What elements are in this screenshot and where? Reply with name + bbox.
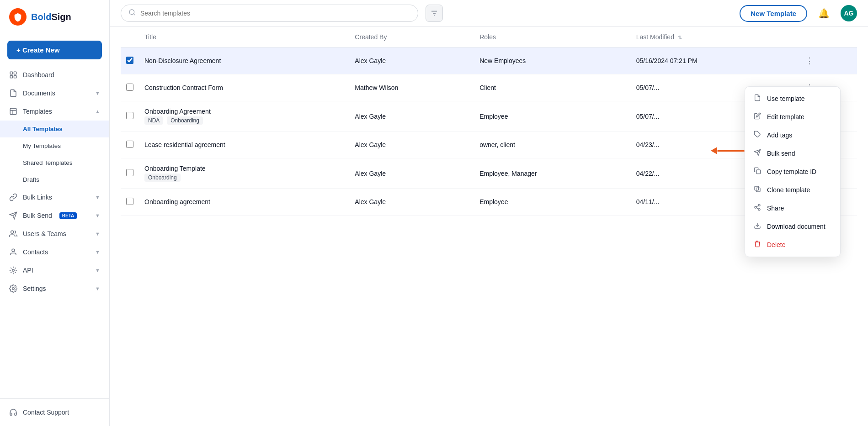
chevron-down-icon: ▼ xyxy=(95,231,100,237)
col-checkbox xyxy=(121,27,139,47)
sidebar-item-api[interactable]: API ▼ xyxy=(0,261,109,279)
sidebar-item-contacts[interactable]: Contacts ▼ xyxy=(0,243,109,261)
svg-point-22 xyxy=(758,204,760,206)
row-checkbox[interactable] xyxy=(126,84,133,91)
sidebar-item-label: API xyxy=(23,267,33,274)
menu-item-label: Share xyxy=(767,205,784,212)
tag-nda: NDA xyxy=(144,116,163,125)
sidebar-item-bulk-send[interactable]: Bulk Send BETA ▼ xyxy=(0,206,109,225)
notification-button[interactable]: 🔔 xyxy=(815,6,833,21)
sidebar-item-label: Bulk Send xyxy=(23,212,52,219)
row-checkbox[interactable] xyxy=(126,169,133,176)
row-checkbox-cell[interactable] xyxy=(121,131,139,158)
topbar: New Template 🔔 AG xyxy=(110,0,868,27)
context-menu: Use template Edit template Add tags Bulk… xyxy=(745,86,841,257)
context-menu-clone-template[interactable]: Clone template xyxy=(745,181,840,199)
sidebar-item-label: Users & Teams xyxy=(23,230,66,237)
svg-point-7 xyxy=(11,231,14,233)
context-menu-delete[interactable]: Delete xyxy=(745,236,840,254)
sidebar-item-label: Settings xyxy=(23,285,46,292)
sidebar: BoldSign + Create New Dashboard Document… xyxy=(0,0,110,426)
row-checkbox[interactable] xyxy=(126,57,133,64)
svg-rect-19 xyxy=(756,170,761,174)
sidebar-item-my-templates[interactable]: My Templates xyxy=(0,137,109,154)
search-bar[interactable] xyxy=(121,5,418,22)
arrow-head xyxy=(711,147,717,154)
row-actions-button[interactable]: ⋮ xyxy=(802,54,817,68)
row-title: Construction Contract Form xyxy=(139,74,349,101)
svg-rect-21 xyxy=(755,186,759,190)
download-icon xyxy=(753,222,761,231)
arrow-line xyxy=(717,150,745,152)
sidebar-item-shared-templates[interactable]: Shared Templates xyxy=(0,154,109,171)
documents-icon xyxy=(9,89,17,97)
row-checkbox-cell[interactable] xyxy=(121,74,139,101)
sidebar-item-contact-support[interactable]: Contact Support xyxy=(0,403,109,421)
chevron-down-icon: ▼ xyxy=(95,249,100,255)
row-created-by: Alex Gayle xyxy=(349,101,474,131)
search-icon xyxy=(128,9,136,18)
row-roles: Employee, Manager xyxy=(474,158,631,189)
context-menu-bulk-send[interactable]: Bulk send xyxy=(745,144,840,163)
chevron-down-icon: ▼ xyxy=(95,195,100,200)
context-menu-edit-template[interactable]: Edit template xyxy=(745,108,840,126)
create-new-button[interactable]: + Create New xyxy=(7,41,102,59)
row-checkbox[interactable] xyxy=(126,198,133,205)
chevron-down-icon: ▼ xyxy=(95,286,100,291)
sidebar-footer: Contact Support xyxy=(0,398,109,426)
table-row: Non-Disclosure Agreement Alex Gayle New … xyxy=(121,47,857,74)
svg-line-25 xyxy=(756,208,759,209)
logo-area: BoldSign xyxy=(0,0,109,34)
menu-item-label: Clone template xyxy=(767,186,810,194)
settings-icon xyxy=(9,284,17,293)
sidebar-item-templates[interactable]: Templates ▲ xyxy=(0,102,109,121)
row-checkbox[interactable] xyxy=(126,112,133,119)
sidebar-item-all-templates[interactable]: All Templates xyxy=(0,121,109,137)
clone-icon xyxy=(753,185,761,195)
row-actions-cell[interactable]: ⋮ xyxy=(796,47,857,74)
svg-point-23 xyxy=(755,206,756,208)
menu-item-label: Use template xyxy=(767,95,804,102)
user-avatar[interactable]: AG xyxy=(841,5,857,21)
col-last-modified: Last Modified ⇅ xyxy=(631,27,796,47)
content-area: Title Created By Roles Last Modified ⇅ N… xyxy=(110,27,868,426)
row-title: Onboarding agreement xyxy=(139,189,349,216)
sidebar-item-users-teams[interactable]: Users & Teams ▼ xyxy=(0,225,109,243)
context-menu-copy-template-id[interactable]: Copy template ID xyxy=(745,163,840,181)
row-last-modified: 05/16/2024 07:21 PM xyxy=(631,47,796,74)
search-input[interactable] xyxy=(140,10,410,17)
chevron-down-icon: ▼ xyxy=(95,268,100,273)
context-menu-add-tags[interactable]: Add tags xyxy=(745,126,840,144)
chevron-up-icon: ▲ xyxy=(95,109,100,114)
svg-point-11 xyxy=(129,10,134,15)
sidebar-item-dashboard[interactable]: Dashboard xyxy=(0,66,109,84)
row-checkbox-cell[interactable] xyxy=(121,101,139,131)
context-menu-use-template[interactable]: Use template xyxy=(745,89,840,108)
sidebar-item-settings[interactable]: Settings ▼ xyxy=(0,279,109,298)
svg-point-24 xyxy=(758,209,760,210)
new-template-button[interactable]: New Template xyxy=(740,5,807,22)
row-roles: Client xyxy=(474,74,631,101)
tag-onboarding: Onboarding xyxy=(144,174,181,182)
sidebar-item-drafts[interactable]: Drafts xyxy=(0,171,109,188)
filter-button[interactable] xyxy=(426,5,443,22)
svg-rect-3 xyxy=(14,76,16,78)
row-checkbox[interactable] xyxy=(126,141,133,148)
row-checkbox-cell[interactable] xyxy=(121,47,139,74)
tag-onboarding: Onboarding xyxy=(167,116,203,125)
menu-item-label: Delete xyxy=(767,241,785,248)
sidebar-item-documents[interactable]: Documents ▼ xyxy=(0,84,109,102)
col-roles: Roles xyxy=(474,27,631,47)
row-checkbox-cell[interactable] xyxy=(121,189,139,216)
row-checkbox-cell[interactable] xyxy=(121,158,139,189)
row-created-by: Alex Gayle xyxy=(349,189,474,216)
sidebar-item-label: Documents xyxy=(23,89,55,97)
context-menu-download-document[interactable]: Download document xyxy=(745,217,840,236)
svg-rect-20 xyxy=(756,188,760,192)
users-icon xyxy=(9,230,17,238)
context-menu-share[interactable]: Share xyxy=(745,199,840,217)
trash-icon xyxy=(753,240,761,249)
main-area: New Template 🔔 AG Title Created By Roles… xyxy=(110,0,868,426)
sidebar-item-bulk-links[interactable]: Bulk Links ▼ xyxy=(0,188,109,206)
logo-text: BoldSign xyxy=(31,12,71,22)
